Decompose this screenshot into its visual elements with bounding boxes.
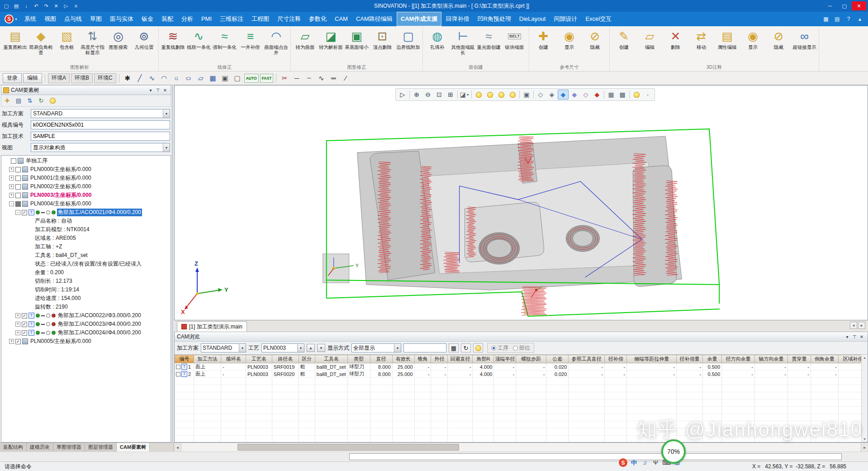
- ribbon-collapse-icon[interactable]: ▴: [855, 14, 864, 24]
- ribbon-tab-6[interactable]: 装配: [157, 12, 177, 26]
- field-select-3[interactable]: 显示对象构造▼: [31, 143, 170, 152]
- document-tab[interactable]: [1] 加工类型演示.main: [177, 321, 247, 332]
- pin-icon[interactable]: ⊤: [851, 334, 858, 339]
- tree-item-label[interactable]: PLN0001/主坐标系/0.000: [29, 174, 92, 182]
- ribbon-tab-1[interactable]: 视图: [40, 12, 60, 26]
- column-header[interactable]: 角部R: [473, 355, 494, 363]
- login-button[interactable]: 登录: [3, 73, 22, 83]
- ribbon-item-g0-4[interactable]: ◎图形搜索: [105, 27, 131, 64]
- row-checkbox[interactable]: [176, 372, 180, 376]
- column-header[interactable]: 径方向余量: [722, 355, 755, 363]
- grid-coarse-icon[interactable]: ▩: [617, 90, 628, 100]
- tree-checkbox[interactable]: [15, 167, 21, 172]
- delete-icon[interactable]: ✕: [52, 2, 61, 10]
- column-header[interactable]: 径补偿: [605, 355, 627, 363]
- display-mode-select[interactable]: 全部显示▼: [351, 343, 401, 352]
- tree-item-label[interactable]: 角部加工/ACO0022//Φ3.000/0.200: [57, 312, 142, 319]
- maximize-button[interactable]: ▢: [837, 1, 852, 10]
- dashed-line-icon[interactable]: ┄: [304, 73, 314, 84]
- ribbon-tab-2[interactable]: 点与线: [60, 12, 86, 26]
- column-header[interactable]: 贯穿量: [787, 355, 811, 363]
- new-doc-icon[interactable]: ▢: [2, 2, 11, 10]
- tree-checkbox[interactable]: ✓: [22, 322, 27, 327]
- tree-item-label[interactable]: 角部加工/ACO0024//Φ4.000/0.200: [57, 329, 142, 337]
- zoom-in-icon[interactable]: ⊕: [411, 90, 422, 100]
- panel-layout-icon[interactable]: ▤: [833, 14, 842, 24]
- ribbon-tab-16[interactable]: 回弹补偿: [441, 12, 473, 26]
- more-icon[interactable]: ·: [642, 90, 653, 100]
- tree-checkbox[interactable]: ✓: [22, 313, 27, 319]
- scroll-right-icon[interactable]: ▸: [861, 443, 868, 452]
- ribbon-item-g4-2[interactable]: ⊘隐藏: [582, 27, 608, 64]
- lamp-icon[interactable]: [47, 96, 57, 105]
- tree-item-row[interactable]: +✓PLN0005/主坐标系/0.000: [1, 337, 171, 346]
- ribbon-tab-15[interactable]: CAM作成支援: [397, 12, 442, 26]
- column-header[interactable]: 顶端半径: [494, 355, 516, 363]
- ribbon-item-g0-1[interactable]: ◆简易负角检查: [28, 27, 54, 64]
- tab-scroll-right-button[interactable]: ▸: [858, 322, 865, 329]
- ribbon-tab-9[interactable]: 三维标注: [216, 12, 247, 26]
- line-icon[interactable]: ╱: [134, 73, 145, 84]
- help-icon[interactable]: ?: [844, 14, 853, 24]
- tree-checkbox[interactable]: [11, 158, 16, 164]
- scrollbar-thumb[interactable]: [237, 444, 459, 451]
- env-tab-2[interactable]: 环境C: [94, 73, 116, 83]
- ribbon-item-g0-2[interactable]: ▧包含框: [54, 27, 80, 64]
- column-header[interactable]: 循环名: [221, 355, 246, 363]
- next-process-button[interactable]: ▼: [317, 344, 325, 352]
- tree-item-label[interactable]: 单独工序: [25, 157, 48, 165]
- tree-property-row[interactable]: 旋转数 : 2190: [1, 303, 171, 311]
- grid-view-icon[interactable]: ▦: [449, 343, 459, 352]
- ribbon-item-g3-0[interactable]: ◍孔填补: [424, 27, 450, 64]
- ribbon-item-g5-2[interactable]: ✕删除: [663, 27, 688, 64]
- column-header[interactable]: 外径: [431, 355, 448, 363]
- tree-property-row[interactable]: 余量 : 0.200: [1, 268, 171, 277]
- expand-expander[interactable]: +: [15, 322, 20, 327]
- snap-grid-icon[interactable]: ▣: [220, 73, 231, 84]
- column-header[interactable]: 倒角余量: [811, 355, 838, 363]
- tree-item-row[interactable]: +✓T角部加工/ACO0023//Φ4.000/0.200: [1, 320, 171, 328]
- close-icon[interactable]: ✕: [161, 88, 169, 93]
- column-header[interactable]: 区分: [299, 355, 315, 363]
- chevron-down-icon[interactable]: ▼: [163, 143, 170, 152]
- refresh-icon[interactable]: ↻: [461, 343, 471, 352]
- tree-item-row[interactable]: -PLN0004/主坐标系/0.000: [1, 200, 171, 208]
- ellipse-icon[interactable]: ○: [183, 73, 194, 84]
- ribbon-item-g1-1[interactable]: ∿线联一条化: [186, 27, 212, 64]
- tree-property-row[interactable]: 工具名 : ball4_DT_set: [1, 251, 171, 260]
- ribbon-tab-4[interactable]: 面与实体: [106, 12, 138, 26]
- window-cascade-icon[interactable]: ▦: [821, 14, 830, 24]
- tree-property-row[interactable]: 加工轴 : +Z: [1, 243, 171, 251]
- parallelogram-icon[interactable]: ▱: [195, 73, 206, 84]
- ribbon-tab-10[interactable]: 工程图: [247, 12, 273, 26]
- ribbon-item-g2-4[interactable]: ▢边界线附加: [395, 27, 421, 64]
- ribbon-item-g5-0[interactable]: ✎创建: [611, 27, 637, 64]
- snap-window-icon[interactable]: ▢: [232, 73, 243, 84]
- hidden-line-mode-icon[interactable]: ◈: [546, 90, 557, 100]
- viewport-3d[interactable]: ZYXY ▷⊕⊖⊡⊞◪▼▣◇◈◆◆◇◆▦▩·: [174, 85, 868, 320]
- radio-selected[interactable]: 工序: [491, 344, 508, 352]
- column-header[interactable]: 螺纹步距: [516, 355, 546, 363]
- ribbon-item-g2-2[interactable]: ▣基底面缩小: [344, 27, 370, 64]
- prev-process-button[interactable]: ▲: [307, 344, 315, 352]
- tree-property-row[interactable]: 区域名 : ARE005: [1, 234, 171, 243]
- undo-icon[interactable]: ↶: [32, 2, 41, 10]
- column-header[interactable]: 类型: [347, 355, 370, 363]
- app-logo[interactable]: S ▼: [2, 14, 20, 24]
- tree-property-row[interactable]: 切削长 : 12.173: [1, 277, 171, 285]
- pin-icon[interactable]: ⊤: [154, 88, 161, 93]
- wireframe-mode-icon[interactable]: ◇: [535, 90, 546, 100]
- ribbon-item-g5-3[interactable]: ⇄移动: [688, 27, 714, 64]
- zoom-out-icon[interactable]: ⊖: [422, 90, 433, 100]
- close-icon[interactable]: ✕: [858, 334, 865, 339]
- column-header[interactable]: 余量: [703, 355, 722, 363]
- expand-expander[interactable]: +: [9, 184, 14, 189]
- panel-tab-0[interactable]: 装配结构: [0, 443, 27, 452]
- ribbon-item-g3-2[interactable]: ≈重光面创建: [476, 27, 502, 64]
- ribbon-item-g0-5[interactable]: ⊚几何位置: [131, 27, 157, 64]
- chevron-down-icon[interactable]: ▼: [239, 344, 246, 352]
- tree-property-row[interactable]: 加工前模型 : NTK0014: [1, 225, 171, 234]
- ribbon-item-g2-1[interactable]: ◪转为解析面: [318, 27, 344, 64]
- panel-tab-3[interactable]: 图层管理器: [85, 443, 117, 452]
- circle-icon[interactable]: ○: [171, 73, 182, 84]
